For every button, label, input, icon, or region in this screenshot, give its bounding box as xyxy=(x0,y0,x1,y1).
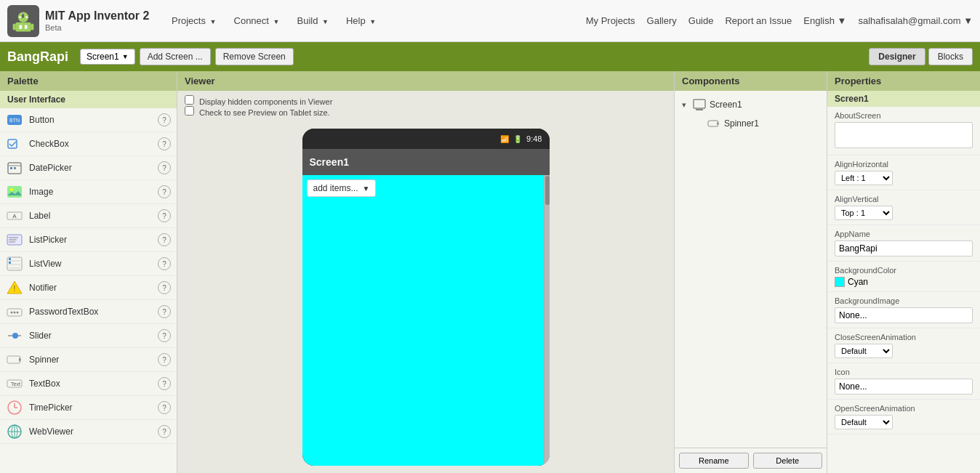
listview-help[interactable]: ? xyxy=(158,257,171,270)
notifier-help[interactable]: ? xyxy=(158,281,171,294)
nav-help[interactable]: Help ▼ xyxy=(339,11,383,31)
email-caret: ▼ xyxy=(963,15,973,26)
display-hidden-option[interactable]: Display hidden components in Viewer xyxy=(185,95,667,106)
svg-point-35 xyxy=(14,312,16,314)
spinner-widget[interactable]: add items... ▼ xyxy=(307,179,377,197)
nav-projects[interactable]: Projects ▼ xyxy=(164,11,224,31)
blocks-button[interactable]: Blocks xyxy=(928,48,973,65)
svg-text:Text: Text xyxy=(11,381,20,387)
palette-item-button[interactable]: BTN Button ? xyxy=(0,108,177,132)
svg-point-34 xyxy=(11,312,13,314)
svg-rect-12 xyxy=(8,140,17,148)
prop-alignhorizontal-select[interactable]: Left : 1 Center : 3 Right : 2 xyxy=(835,171,893,185)
prop-icon: Icon xyxy=(827,363,980,400)
webviewer-icon xyxy=(6,423,23,440)
language-caret: ▼ xyxy=(838,15,847,26)
prop-backgroundimage-label: BackgroundImage xyxy=(835,296,973,305)
svg-rect-7 xyxy=(22,12,24,15)
prop-appname: AppName xyxy=(827,225,980,262)
scrollbar-track[interactable] xyxy=(544,175,550,466)
palette-item-passwordtextbox[interactable]: PasswordTextBox ? xyxy=(0,300,177,324)
palette-item-webviewer[interactable]: WebViewer ? xyxy=(0,420,177,444)
palette-item-checkbox[interactable]: CheckBox ? xyxy=(0,132,177,156)
listpicker-help[interactable]: ? xyxy=(158,233,171,246)
properties-panel: Properties Screen1 AboutScreen AlignHori… xyxy=(827,71,980,473)
viewer-options: Display hidden components in Viewer Chec… xyxy=(177,91,674,121)
palette-item-textbox[interactable]: Text TextBox ? xyxy=(0,372,177,396)
notifier-icon: ! xyxy=(6,279,23,296)
phone-time: 9:48 xyxy=(526,134,542,143)
view-toggle: Designer Blocks xyxy=(869,48,973,65)
textbox-icon: Text xyxy=(6,375,23,392)
svg-point-8 xyxy=(19,16,21,18)
nav-language[interactable]: English ▼ xyxy=(803,15,846,26)
screen-selector-caret: ▼ xyxy=(122,53,129,60)
screen-selector[interactable]: Screen1 ▼ xyxy=(80,49,135,65)
svg-rect-3 xyxy=(31,23,34,30)
image-help[interactable]: ? xyxy=(158,185,171,198)
palette-header: Palette xyxy=(0,71,177,91)
spinner-help[interactable]: ? xyxy=(158,353,171,366)
nav-gallery[interactable]: Gallery xyxy=(647,15,677,26)
prop-backgroundcolor-value[interactable]: Cyan xyxy=(835,277,973,287)
prop-icon-input[interactable] xyxy=(835,379,973,395)
tree-toggle-screen1[interactable]: ▾ xyxy=(682,100,692,110)
rename-button[interactable]: Rename xyxy=(679,453,749,469)
display-hidden-checkbox[interactable] xyxy=(185,95,194,105)
tablet-preview-option[interactable]: Check to see Preview on Tablet size. xyxy=(185,106,667,117)
components-tree: ▾ Screen1 Spinner1 xyxy=(675,91,827,448)
nav-user-email[interactable]: salhafisalah@gmail.com ▼ xyxy=(858,15,973,26)
delete-button[interactable]: Delete xyxy=(753,453,823,469)
checkbox-help[interactable]: ? xyxy=(158,137,171,150)
timepicker-help[interactable]: ? xyxy=(158,401,171,414)
prop-alignvertical-select[interactable]: Top : 1 Center : 2 Bottom : 3 xyxy=(835,206,893,220)
projects-caret: ▼ xyxy=(210,18,217,25)
button-help[interactable]: ? xyxy=(158,113,171,126)
tree-item-spinner1[interactable]: Spinner1 xyxy=(694,114,822,133)
palette-item-notifier[interactable]: ! Notifier ? xyxy=(0,276,177,300)
prop-closescreenanimation-select[interactable]: Default xyxy=(835,344,893,358)
nav-build[interactable]: Build ▼ xyxy=(289,11,335,31)
prop-closescreenanimation-label: CloseScreenAnimation xyxy=(835,333,973,341)
webviewer-help[interactable]: ? xyxy=(158,425,171,438)
palette-item-listpicker[interactable]: ListPicker ? xyxy=(0,228,177,252)
palette-item-image[interactable]: Image ? xyxy=(0,180,177,204)
designer-button[interactable]: Designer xyxy=(869,48,925,65)
phone-frame: 📶 🔋 9:48 Screen1 add items... ▼ xyxy=(302,129,550,466)
nav-guide[interactable]: Guide xyxy=(688,15,714,26)
slider-help[interactable]: ? xyxy=(158,329,171,342)
palette-panel: Palette User Interface BTN Button ? Chec… xyxy=(0,71,177,473)
svg-rect-2 xyxy=(13,23,16,30)
palette-item-spinner[interactable]: Spinner ? xyxy=(0,348,177,372)
palette-item-timepicker[interactable]: TimePicker ? xyxy=(0,396,177,420)
nav-report-issue[interactable]: Report an Issue xyxy=(725,15,792,26)
viewer-canvas: 📶 🔋 9:48 Screen1 add items... ▼ xyxy=(177,121,674,473)
palette-item-datepicker[interactable]: DatePicker ? xyxy=(0,156,177,180)
prop-aboutscreen-input[interactable] xyxy=(835,122,973,148)
tree-item-screen1[interactable]: ▾ Screen1 xyxy=(679,95,822,114)
nav-connect[interactable]: Connect ▼ xyxy=(227,11,287,31)
add-screen-button[interactable]: Add Screen ... xyxy=(140,48,211,65)
components-panel: Components ▾ Screen1 Spinner1 Rename De xyxy=(675,71,827,473)
nav-my-projects[interactable]: My Projects xyxy=(586,15,635,26)
remove-screen-button[interactable]: Remove Screen xyxy=(215,48,294,65)
palette-item-label[interactable]: A Label ? xyxy=(0,204,177,228)
textbox-help[interactable]: ? xyxy=(158,377,171,390)
connect-caret: ▼ xyxy=(273,18,280,25)
tablet-preview-checkbox[interactable] xyxy=(185,106,194,116)
datepicker-help[interactable]: ? xyxy=(158,161,171,174)
palette-item-listview[interactable]: ListView ? xyxy=(0,252,177,276)
scrollbar-thumb[interactable] xyxy=(545,176,550,205)
svg-rect-1 xyxy=(15,22,31,31)
components-footer: Rename Delete xyxy=(675,448,827,473)
svg-rect-30 xyxy=(9,262,11,264)
label-icon: A xyxy=(6,207,23,225)
passwordtextbox-help[interactable]: ? xyxy=(158,305,171,318)
datepicker-icon xyxy=(6,159,23,177)
prop-appname-input[interactable] xyxy=(835,240,973,256)
spinner-icon xyxy=(6,351,23,368)
prop-backgroundimage-input[interactable] xyxy=(835,307,973,323)
label-help[interactable]: ? xyxy=(158,209,171,222)
palette-item-slider[interactable]: Slider ? xyxy=(0,324,177,348)
prop-openscreenanimation-select[interactable]: Default xyxy=(835,415,893,429)
